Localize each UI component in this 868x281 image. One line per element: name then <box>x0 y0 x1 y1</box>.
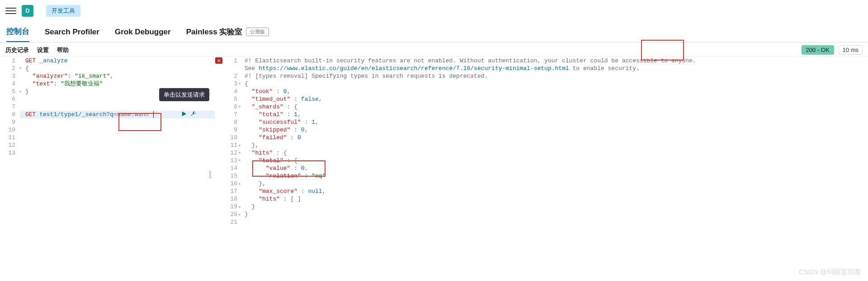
main-tabs: 控制台 Search Profiler Grok Debugger Painle… <box>0 22 868 42</box>
response-time: 10 ms <box>839 45 863 55</box>
wrench-icon[interactable] <box>190 111 196 119</box>
subtab-history[interactable]: 历史记录 <box>5 46 29 54</box>
menu-icon[interactable] <box>5 5 16 16</box>
status-badge: 200 - OK <box>802 45 834 55</box>
subtab-settings[interactable]: 设置 <box>37 46 49 54</box>
tab-painless[interactable]: Painless 实验室 公测版 <box>186 27 269 42</box>
breadcrumb-devtools[interactable]: 开发工具 <box>46 5 80 17</box>
play-icon[interactable] <box>181 111 187 119</box>
request-code[interactable]: GET _analyze { "analyzer": "ik_smart", "… <box>25 57 149 118</box>
response-fold-markers[interactable]: ▾ ▾ ▴▾▾ ▴ ▴▴ <box>238 57 244 218</box>
tab-painless-label: Painless 实验室 <box>186 27 243 37</box>
watermark: CSDN @玛丽莲茼蒿 <box>799 268 861 276</box>
response-code: #! Elasticsearch built-in security featu… <box>245 57 696 218</box>
request-editor[interactable]: 12345678910111213 ▾ ▴ GET _analyze { "an… <box>0 57 215 281</box>
request-gutter: 12345678910111213 <box>0 57 20 157</box>
tab-grok-debugger[interactable]: Grok Debugger <box>115 28 171 41</box>
subtab-help[interactable]: 帮助 <box>57 46 69 54</box>
response-viewer[interactable]: 1 23456789101112131415161718192021 ▾ ▾ ▴… <box>224 57 868 281</box>
request-fold-markers[interactable]: ▾ ▴ <box>19 57 24 95</box>
close-icon[interactable]: ✕ <box>215 57 222 64</box>
editor-area: 12345678910111213 ▾ ▴ GET _analyze { "an… <box>0 57 868 281</box>
text-cursor <box>153 111 154 118</box>
beta-badge: 公测版 <box>246 28 269 36</box>
tab-console[interactable]: 控制台 <box>6 26 29 42</box>
tab-search-profiler[interactable]: Search Profiler <box>45 28 99 41</box>
run-tooltip: 单击以发送请求 <box>159 88 209 101</box>
app-logo[interactable]: D <box>22 5 33 17</box>
topbar: D 开发工具 <box>0 0 868 22</box>
console-toolbar: 历史记录 设置 帮助 200 - OK 10 ms <box>0 42 868 57</box>
pane-splitter[interactable]: ║ <box>208 171 212 178</box>
